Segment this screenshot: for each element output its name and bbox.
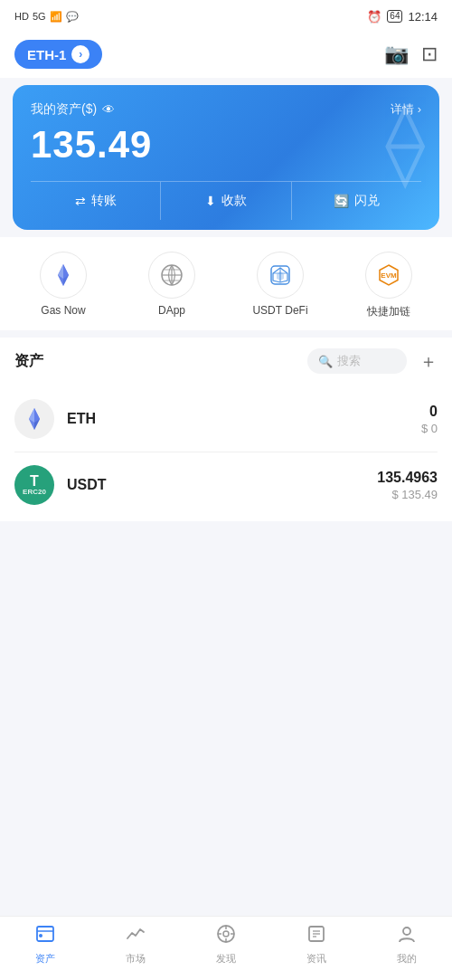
action-buttons: ⇄ 转账 ⬇ 收款 🔄 闪兑	[31, 181, 421, 220]
time-display: 12:14	[408, 10, 438, 24]
receive-label: 收款	[221, 193, 247, 209]
dapp-icon	[148, 252, 195, 299]
status-left: HD 5G 📶 💬	[14, 11, 79, 23]
asset-item-usdt[interactable]: T ERC20 USDT 135.4963 $ 135.49	[14, 452, 438, 518]
asset-card-title: 我的资产($) 👁	[31, 101, 115, 118]
transfer-label: 转账	[91, 193, 117, 209]
usdt-asset-values: 135.4963 $ 135.49	[377, 470, 438, 501]
usdt-usd-value: $ 135.49	[377, 488, 438, 501]
app-header: ETH-1 › 📷 ⊡	[0, 33, 452, 78]
evm-chain-label: 快捷加链	[367, 304, 410, 319]
status-hd: HD	[14, 11, 29, 22]
exchange-label: 闪兑	[354, 193, 380, 209]
usdt-asset-name: USDT	[67, 477, 364, 493]
asset-card: 我的资产($) 👁 详情 › ⟠ 135.49 ⇄ 转账 ⬇ 收款 🔄 闪兑	[13, 85, 439, 230]
svg-text:EVM: EVM	[381, 271, 397, 280]
search-box[interactable]: 🔍 搜索	[307, 348, 407, 374]
eth-usd-value: $ 0	[421, 422, 438, 435]
eth-logo	[14, 399, 54, 439]
exchange-icon: 🔄	[334, 194, 349, 208]
transfer-button[interactable]: ⇄ 转账	[31, 182, 160, 220]
dapp-label: DApp	[158, 304, 185, 317]
assets-section-title: 资产	[14, 352, 43, 371]
wallet-chevron-icon: ›	[71, 45, 89, 63]
asset-list: ETH 0 $ 0 T ERC20 USDT 135.4963 $ 135.49	[14, 383, 438, 521]
gas-now-icon	[40, 252, 87, 299]
nav-item-market[interactable]: 市场	[104, 924, 167, 966]
header-icons: 📷 ⊡	[384, 43, 438, 66]
market-nav-icon	[126, 924, 146, 949]
news-nav-label: 资讯	[306, 952, 326, 966]
profile-nav-label: 我的	[397, 952, 417, 966]
transfer-icon: ⇄	[75, 194, 86, 208]
usdt-defi-icon	[257, 252, 304, 299]
battery-indicator: 64	[387, 10, 402, 23]
profile-nav-icon	[397, 924, 417, 949]
asset-title-text: 我的资产($)	[31, 101, 97, 118]
nav-item-news[interactable]: 资讯	[285, 924, 348, 966]
add-asset-button[interactable]: ＋	[419, 349, 438, 374]
status-wifi: 📶	[50, 11, 62, 23]
camera-add-icon[interactable]: 📷	[384, 43, 409, 66]
alarm-icon: ⏰	[367, 10, 381, 24]
receive-icon: ⬇	[205, 194, 216, 208]
status-bar: HD 5G 📶 💬 ⏰ 64 12:14	[0, 0, 452, 33]
wallet-selector[interactable]: ETH-1 ›	[14, 40, 102, 69]
usdt-amount: 135.4963	[377, 470, 438, 486]
discover-nav-icon	[216, 924, 236, 949]
assets-section: 资产 🔍 搜索 ＋ ETH 0 $ 0	[0, 338, 452, 521]
nav-item-assets[interactable]: 资产	[14, 924, 77, 966]
usdt-erc20-label: ERC20	[23, 489, 46, 496]
quick-access-section: Gas Now DApp USDT DeFi	[0, 237, 452, 330]
assets-nav-icon	[35, 924, 55, 949]
quick-item-usdt-defi[interactable]: USDT DeFi	[244, 252, 316, 319]
asset-card-top: 我的资产($) 👁 详情 ›	[31, 101, 421, 118]
search-icon: 🔍	[318, 355, 333, 368]
quick-item-evm-chain[interactable]: EVM 快捷加链	[353, 252, 425, 319]
eth-asset-name: ETH	[67, 411, 409, 427]
status-wechat: 💬	[66, 11, 79, 23]
eth-amount: 0	[421, 404, 438, 420]
eye-icon[interactable]: 👁	[102, 102, 115, 117]
quick-item-gas-now[interactable]: Gas Now	[27, 252, 99, 319]
assets-nav-label: 资产	[35, 952, 55, 966]
eth-asset-values: 0 $ 0	[421, 404, 438, 435]
news-nav-icon	[306, 924, 326, 949]
usdt-logo: T ERC20	[14, 465, 54, 505]
svg-rect-21	[37, 927, 53, 941]
bottom-nav: 资产 市场 发现	[0, 916, 452, 980]
nav-item-profile[interactable]: 我的	[375, 924, 438, 966]
assets-header: 资产 🔍 搜索 ＋	[14, 348, 438, 374]
svg-point-34	[403, 928, 410, 935]
market-nav-label: 市场	[126, 952, 146, 966]
asset-item-eth[interactable]: ETH 0 $ 0	[14, 386, 438, 452]
discover-nav-label: 发现	[216, 952, 236, 966]
asset-total-amount: 135.49	[31, 123, 421, 167]
qr-scan-icon[interactable]: ⊡	[421, 43, 438, 66]
wallet-label: ETH-1	[27, 47, 66, 62]
nav-item-discover[interactable]: 发现	[194, 924, 258, 966]
svg-point-23	[39, 934, 42, 937]
gas-now-label: Gas Now	[41, 304, 85, 317]
evm-chain-icon: EVM	[365, 252, 412, 299]
search-placeholder: 搜索	[337, 353, 361, 369]
usdt-t-symbol: T	[30, 474, 39, 489]
usdt-defi-label: USDT DeFi	[252, 304, 307, 317]
quick-item-dapp[interactable]: DApp	[136, 252, 208, 319]
svg-point-25	[223, 931, 229, 937]
eth-watermark-icon: ⟠	[385, 94, 425, 189]
receive-button[interactable]: ⬇ 收款	[160, 182, 290, 220]
status-right: ⏰ 64 12:14	[367, 10, 438, 24]
status-signal: 5G	[33, 11, 46, 22]
